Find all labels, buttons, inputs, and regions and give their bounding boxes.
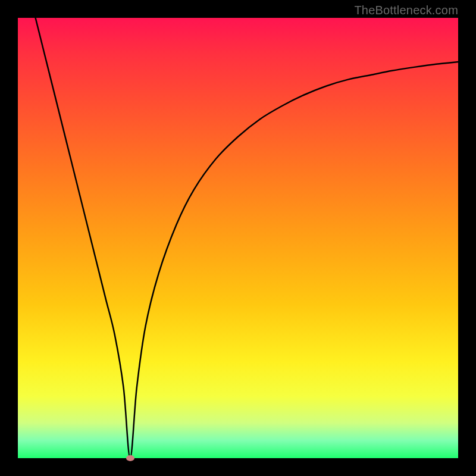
minimum-marker (126, 455, 134, 461)
bottleneck-curve (36, 18, 458, 458)
curve-layer (18, 18, 458, 458)
chart-container: TheBottleneck.com (0, 0, 476, 476)
watermark-text: TheBottleneck.com (354, 4, 458, 17)
